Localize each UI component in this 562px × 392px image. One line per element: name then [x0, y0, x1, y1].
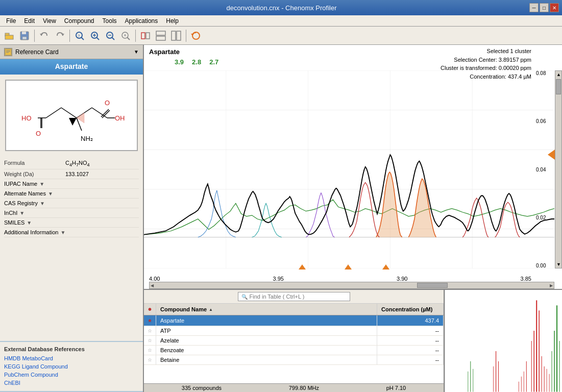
td-name-2: ATP: [156, 326, 377, 335]
menu-tools[interactable]: Tools: [99, 16, 121, 26]
table-row[interactable]: Betaine --: [144, 355, 444, 365]
redo-button[interactable]: [53, 29, 67, 43]
spectrum-hscrollbar[interactable]: ◀ ▶: [149, 282, 554, 289]
vscroll-up-arrow[interactable]: ▲: [555, 71, 561, 78]
save-button[interactable]: [17, 29, 32, 43]
cas-registry-row[interactable]: CAS Registry ▼: [4, 199, 139, 208]
zoom-in-button[interactable]: [88, 29, 102, 43]
menu-compound[interactable]: Compound: [60, 16, 99, 26]
layout-button[interactable]: [154, 29, 168, 43]
svg-marker-64: [149, 319, 152, 322]
spectrum-vscrollbar[interactable]: ▲ ▼: [555, 70, 562, 268]
right-panel: Aspartate 3.9 2.8 2.7 Selected 1 cluster…: [144, 45, 562, 392]
menu-applications[interactable]: Applications: [121, 16, 162, 26]
svg-rect-23: [156, 36, 165, 40]
svg-rect-25: [177, 31, 181, 40]
svg-text:NH₂: NH₂: [81, 135, 93, 142]
table-row[interactable]: ATP --: [144, 326, 444, 336]
iupac-row[interactable]: IUPAC Name ▼: [4, 179, 139, 189]
pin-icon-inactive: [148, 328, 152, 334]
compound-name-header: Compound Name: [160, 306, 207, 312]
properties-section: Formula C4H7NO4 Weight (Da) 133.1027 IUP…: [0, 156, 143, 339]
svg-marker-68: [149, 358, 152, 361]
table-row[interactable]: Azelate --: [144, 336, 444, 346]
molecule-svg: HO O OH O: [15, 82, 128, 149]
search-compound-button[interactable]: ?: [72, 29, 87, 43]
x-label-2: 3.95: [273, 276, 284, 282]
ppm-label-3: 2.7: [209, 58, 218, 66]
alternate-names-row[interactable]: Alternate Names ▼: [4, 189, 139, 199]
find-input[interactable]: [250, 293, 347, 300]
fit-button[interactable]: [138, 29, 153, 43]
td-conc-4: --: [377, 346, 444, 355]
td-conc-2: --: [377, 326, 444, 335]
hscroll-thumb[interactable]: [417, 283, 448, 288]
hscroll-right-arrow[interactable]: ▶: [549, 282, 554, 289]
minimize-button[interactable]: ─: [529, 3, 539, 12]
pin-icon-inactive: [148, 357, 152, 363]
hmdb-link[interactable]: HMDB MetaboCard: [4, 354, 139, 362]
structure-image-box: HO O OH O: [5, 80, 138, 151]
panel-dropdown-button[interactable]: ▼: [134, 49, 139, 55]
smiles-expand-icon: ▼: [27, 220, 32, 226]
zoom-out-button[interactable]: [103, 29, 117, 43]
vscroll-down-arrow[interactable]: ▼: [555, 261, 561, 268]
spectrum-canvas[interactable]: [144, 70, 554, 268]
y-label-4: 0.02: [536, 215, 546, 220]
peak-marker-1: [299, 264, 306, 270]
td-name-4: Benzoate: [156, 346, 377, 355]
svg-marker-65: [149, 329, 152, 332]
find-input-wrapper[interactable]: 🔍: [238, 292, 350, 301]
additional-info-row[interactable]: Additional Information ▼: [4, 228, 139, 237]
table-row[interactable]: Aspartate 437.4: [144, 315, 444, 326]
svg-line-8: [81, 37, 84, 40]
svg-marker-62: [408, 179, 436, 237]
x-label-1: 4.00: [149, 276, 160, 282]
smiles-label: SMILES: [4, 219, 25, 226]
alternate-names-label: Alternate Names: [4, 190, 46, 197]
frequency-info: 799.80 MHz: [289, 385, 319, 391]
close-button[interactable]: ✕: [550, 3, 559, 12]
svg-text:HO: HO: [21, 114, 32, 122]
table-row[interactable]: Benzoate --: [144, 346, 444, 355]
smiles-row[interactable]: SMILES ▼: [4, 218, 139, 228]
split-button[interactable]: [169, 29, 183, 43]
pan-button[interactable]: [118, 29, 133, 43]
info-line-1: Selected 1 cluster: [441, 47, 531, 56]
kegg-link[interactable]: KEGG Ligand Compound: [4, 362, 139, 371]
chebi-link[interactable]: ChEBI: [4, 379, 139, 387]
svg-rect-69: [445, 290, 562, 391]
compound-table: 🔍 Compound Name ▲: [144, 290, 445, 392]
hscroll-left-arrow[interactable]: ◀: [150, 282, 155, 289]
menu-file[interactable]: File: [2, 16, 20, 26]
td-pin-3: [144, 336, 156, 345]
menu-edit[interactable]: Edit: [20, 16, 39, 26]
formula-value: C4H7NO4: [65, 160, 90, 167]
cas-expand-icon: ▼: [40, 201, 45, 206]
th-concentration[interactable]: Concentration (µM): [377, 304, 444, 315]
cluster-arrow: [548, 150, 555, 160]
window-controls[interactable]: ─ □ ✕: [529, 3, 559, 12]
table-body: Aspartate 437.4 ATP --: [144, 315, 444, 383]
open-button[interactable]: [2, 29, 16, 43]
menu-view[interactable]: View: [39, 16, 60, 26]
pubchem-link[interactable]: PubChem Compound: [4, 371, 139, 379]
undo-button[interactable]: [37, 29, 52, 43]
menu-help[interactable]: Help: [162, 16, 183, 26]
th-compound-name[interactable]: Compound Name ▲: [156, 304, 377, 315]
pin-header-icon: [148, 306, 152, 313]
spectrum-svg: [144, 70, 554, 268]
vscroll-thumb[interactable]: [556, 79, 561, 94]
svg-rect-1: [5, 35, 13, 39]
svg-text:O: O: [105, 99, 110, 107]
maximize-button[interactable]: □: [540, 3, 549, 12]
y-label-2: 0.06: [536, 118, 546, 124]
concentration-header: Concentration (µM): [381, 306, 432, 312]
svg-marker-27: [191, 34, 194, 36]
formula-label: Formula: [4, 160, 65, 167]
inchi-label: InChI: [4, 210, 17, 216]
svg-line-11: [96, 37, 99, 40]
refresh-button[interactable]: [189, 29, 203, 43]
inchi-row[interactable]: InChI ▼: [4, 208, 139, 218]
panel-header: Reference Card ▼: [0, 45, 143, 59]
